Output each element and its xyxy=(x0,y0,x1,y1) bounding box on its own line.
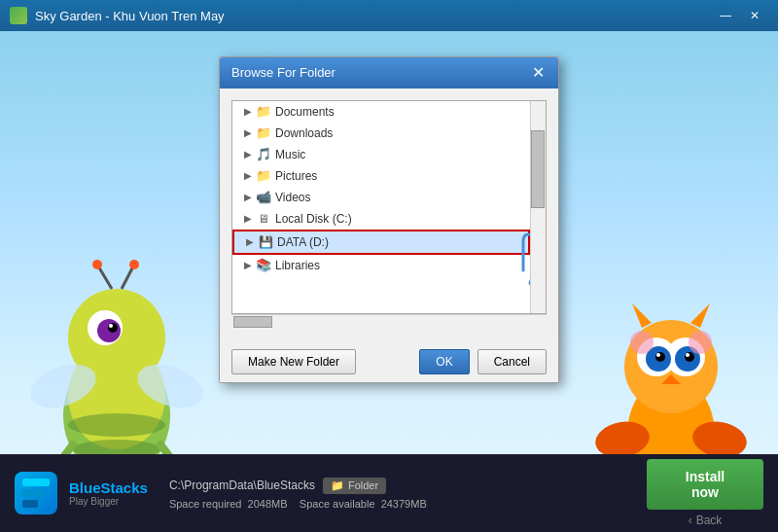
scrollbar-thumb-h[interactable] xyxy=(233,316,272,328)
expand-documents[interactable]: ▶ xyxy=(240,104,256,120)
brand-name: BlueStacks xyxy=(69,479,148,496)
tree-item-data-d[interactable]: ▶ 💾 DATA (D:) xyxy=(232,230,530,255)
tree-scrollbar-vertical[interactable] xyxy=(530,101,546,313)
close-button[interactable]: ✕ xyxy=(741,6,768,25)
make-new-folder-button[interactable]: Make New Folder xyxy=(231,349,356,374)
folder-icon-music: 🎵 xyxy=(256,148,271,161)
tree-item-music[interactable]: ▶ 🎵 Music xyxy=(232,144,530,165)
tree-scrollbar-horizontal[interactable] xyxy=(231,314,547,330)
cancel-button[interactable]: Cancel xyxy=(477,349,547,374)
tree-item-videos[interactable]: ▶ 📹 Videos xyxy=(232,187,530,208)
back-button[interactable]: ‹ Back xyxy=(689,514,723,527)
folder-icon-libraries: 📚 xyxy=(256,259,271,272)
expand-local-disk-c[interactable]: ▶ xyxy=(240,211,256,227)
tree-item-pictures[interactable]: ▶ 📁 Pictures xyxy=(232,165,530,187)
brand-tagline: Play Bigger xyxy=(69,496,148,507)
tree-item-downloads[interactable]: ▶ 📁 Downloads xyxy=(232,123,530,144)
tree-item-libraries[interactable]: ▶ 📚 Libraries xyxy=(232,255,530,276)
bottom-right-actions: Install now ‹ Back xyxy=(647,459,763,527)
dialog-title: Browse For Folder xyxy=(231,65,336,80)
expand-music[interactable]: ▶ xyxy=(240,147,256,162)
dialog-title-bar: Browse For Folder ✕ xyxy=(220,57,558,89)
minimize-button[interactable]: — xyxy=(712,6,739,25)
dialog-body: ▶ 📁 Documents ▶ 📁 Downloads ▶ xyxy=(220,89,558,341)
dialog-close-button[interactable]: ✕ xyxy=(530,65,547,81)
browse-folder-dialog: Browse For Folder ✕ ▶ 📁 Documents xyxy=(219,56,559,383)
dialog-overlay: Browse For Folder ✕ ▶ 📁 Documents xyxy=(0,62,778,376)
disk-icon-d: 💾 xyxy=(258,235,273,249)
back-chevron-icon: ‹ xyxy=(689,514,692,527)
bottom-center-info: C:\ProgramData\BlueStacks 📁 Folder Space… xyxy=(159,478,635,510)
scrollbar-thumb-v[interactable] xyxy=(531,130,545,208)
tree-item-local-disk-c[interactable]: ▶ 🖥 Local Disk (C:) xyxy=(232,208,530,230)
bluestacks-brand: BlueStacks Play Bigger xyxy=(69,479,148,507)
folder-icon-videos: 📹 xyxy=(256,191,271,204)
expand-pictures[interactable]: ▶ xyxy=(240,168,256,184)
title-bar-left: Sky Garden - Khu Vuon Tren May xyxy=(10,7,225,24)
title-bar-controls: — ✕ xyxy=(712,6,768,25)
install-path-row: C:\ProgramData\BlueStacks 📁 Folder xyxy=(169,478,635,494)
tree-item-documents[interactable]: ▶ 📁 Documents xyxy=(232,101,530,123)
window-title: Sky Garden - Khu Vuon Tren May xyxy=(35,9,225,23)
folder-icon-documents: 📁 xyxy=(256,105,271,119)
expand-data-d[interactable]: ▶ xyxy=(242,234,258,250)
dialog-action-buttons: OK Cancel xyxy=(419,349,547,374)
folder-tree[interactable]: ▶ 📁 Documents ▶ 📁 Downloads ▶ xyxy=(231,100,547,314)
expand-videos[interactable]: ▶ xyxy=(240,190,256,205)
folder-icon-pictures: 📁 xyxy=(256,169,271,183)
expand-libraries[interactable]: ▶ xyxy=(240,258,256,273)
logo-layer-2 xyxy=(22,489,44,497)
install-path: C:\ProgramData\BlueStacks xyxy=(169,479,315,492)
app-icon xyxy=(10,7,27,24)
disk-icon-c: 🖥 xyxy=(256,212,271,226)
bottom-bar: BlueStacks Play Bigger C:\ProgramData\Bl… xyxy=(0,454,778,532)
title-bar: Sky Garden - Khu Vuon Tren May — ✕ xyxy=(0,0,778,31)
install-now-button[interactable]: Install now xyxy=(647,459,763,510)
folder-icon-small: 📁 xyxy=(331,479,344,492)
main-content: Browse For Folder ✕ ▶ 📁 Documents xyxy=(0,31,778,454)
folder-button[interactable]: 📁 Folder xyxy=(323,478,386,494)
folder-icon-downloads: 📁 xyxy=(256,126,271,140)
expand-downloads[interactable]: ▶ xyxy=(240,125,256,141)
logo-layers xyxy=(22,479,50,508)
logo-layer-3 xyxy=(22,500,38,508)
dialog-footer: Make New Folder OK Cancel xyxy=(220,341,558,382)
bluestacks-logo xyxy=(15,472,57,514)
ok-button[interactable]: OK xyxy=(419,349,469,374)
logo-layer-1 xyxy=(22,479,50,486)
space-info: Space required 2048MB Space available 24… xyxy=(169,498,635,510)
